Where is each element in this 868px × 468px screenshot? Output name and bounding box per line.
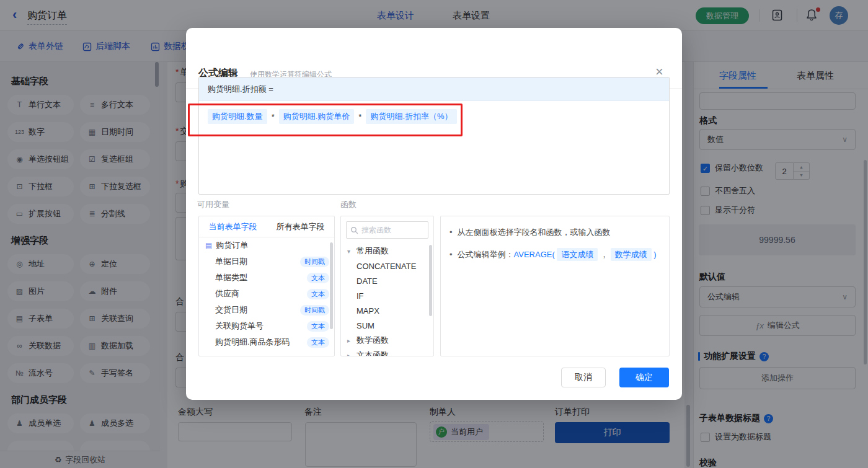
bullet-icon: • bbox=[450, 249, 453, 261]
annotation-red-box bbox=[188, 104, 463, 136]
function-search-input[interactable] bbox=[361, 226, 417, 234]
tab-current-form-fields[interactable]: 当前表单字段 bbox=[199, 221, 267, 232]
variable-item[interactable]: 交货日期时间戳 bbox=[199, 302, 334, 318]
variables-section-label: 可用变量 bbox=[197, 199, 229, 210]
caret-down-icon: ▾ bbox=[347, 248, 353, 255]
bullet-icon: • bbox=[450, 226, 453, 239]
variable-item[interactable]: 购货明细.商品条形码文本 bbox=[199, 334, 334, 350]
functions-scrollbar[interactable] bbox=[429, 245, 432, 316]
type-badge: 文本 bbox=[307, 321, 329, 332]
help-line-1: • 从左侧面板选择字段名和函数，或输入函数 bbox=[450, 226, 660, 239]
variable-item[interactable]: 供应商文本 bbox=[199, 286, 334, 302]
function-group-math[interactable]: ▸ 数学函数 bbox=[341, 333, 433, 348]
variable-item[interactable]: 关联购货单号文本 bbox=[199, 318, 334, 334]
variable-item[interactable]: 单据日期时间戳 bbox=[199, 254, 334, 270]
functions-panel: ▾ 常用函数 CONCATENATE DATE IF MAPX SUM ▸ 数学… bbox=[340, 216, 434, 356]
function-group-common[interactable]: ▾ 常用函数 bbox=[341, 244, 433, 258]
function-item[interactable]: CONCATENATE bbox=[341, 258, 433, 273]
help-line-2: • 公式编辑举例：AVERAGE( 语文成绩 ， 数学成绩 ) bbox=[450, 249, 660, 261]
function-search[interactable] bbox=[346, 221, 428, 239]
caret-right-icon: ▸ bbox=[347, 352, 353, 357]
formula-target: 购货明细.折扣额 = bbox=[199, 77, 669, 101]
type-badge: 时间戳 bbox=[300, 257, 329, 267]
cancel-button[interactable]: 取消 bbox=[561, 368, 606, 387]
variables-tabs: 当前表单字段 所有表单字段 bbox=[199, 216, 334, 237]
function-item[interactable]: MAPX bbox=[341, 303, 433, 318]
functions-section-label: 函数 bbox=[340, 199, 356, 210]
variables-scrollbar[interactable] bbox=[330, 242, 333, 329]
type-badge: 时间戳 bbox=[300, 305, 329, 316]
function-item[interactable]: SUM bbox=[341, 318, 433, 333]
function-item[interactable]: IF bbox=[341, 288, 433, 303]
type-badge: 文本 bbox=[307, 289, 329, 299]
function-group-text[interactable]: ▸ 文本函数 bbox=[341, 348, 433, 356]
help-panel: • 从左侧面板选择字段名和函数，或输入函数 • 公式编辑举例：AVERAGE( … bbox=[440, 216, 670, 356]
variables-panel: 当前表单字段 所有表单字段 ▤ 购货订单 单据日期时间戳 单据类型文本 供应商文… bbox=[198, 216, 335, 356]
example-token: 数学成绩 bbox=[611, 248, 652, 261]
type-badge: 文本 bbox=[307, 273, 329, 283]
example-token: 语文成绩 bbox=[557, 248, 598, 261]
search-icon bbox=[350, 226, 358, 234]
document-icon: ▤ bbox=[205, 241, 212, 250]
tab-all-form-fields[interactable]: 所有表单字段 bbox=[267, 221, 334, 232]
type-badge: 文本 bbox=[307, 337, 329, 348]
confirm-button[interactable]: 确定 bbox=[619, 368, 669, 387]
caret-right-icon: ▸ bbox=[347, 337, 353, 344]
variable-item[interactable]: 单据类型文本 bbox=[199, 270, 334, 286]
function-item[interactable]: DATE bbox=[341, 273, 433, 288]
formula-editor-modal: 公式编辑 使用数学运算符编辑公式 × 购货明细.折扣额 = 购货明细.数量 * … bbox=[186, 28, 682, 400]
variable-tree-root[interactable]: ▤ 购货订单 bbox=[199, 237, 334, 254]
